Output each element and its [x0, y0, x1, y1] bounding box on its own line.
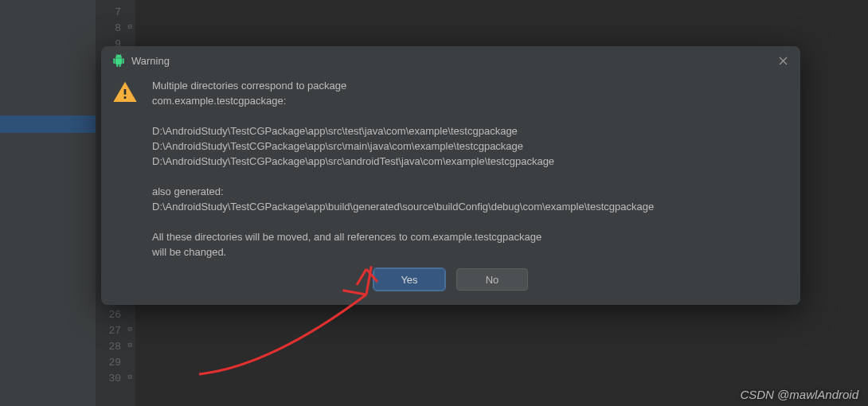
path-line: D:\AndroidStudy\TestCGPackage\app\build\…: [152, 199, 784, 214]
fold-icon[interactable]: ⊟: [125, 374, 132, 381]
watermark: CSDN @mawlAndroid: [740, 388, 858, 401]
selection-highlight: [0, 115, 96, 133]
editor-left-panel: [0, 0, 96, 406]
message-line: All these directories will be moved, and…: [152, 229, 784, 244]
message-line: Multiple directories correspond to packa…: [152, 78, 784, 93]
dialog-header: Warning: [101, 46, 800, 73]
dialog-message: Multiple directories correspond to packa…: [152, 78, 784, 260]
message-line: will be changed.: [152, 244, 784, 260]
close-icon: [779, 57, 788, 65]
no-button[interactable]: No: [456, 268, 528, 291]
dialog-body: Multiple directories correspond to packa…: [101, 73, 800, 260]
fold-icon[interactable]: ⊟: [125, 24, 132, 31]
fold-close-icon[interactable]: ⊟: [125, 326, 132, 334]
path-line: D:\AndroidStudy\TestCGPackage\app\src\ma…: [152, 139, 784, 154]
dialog-footer: Yes No: [101, 260, 800, 305]
android-icon: [112, 54, 125, 67]
path-line: D:\AndroidStudy\TestCGPackage\app\src\an…: [152, 154, 784, 169]
fold-close-icon[interactable]: ⊟: [125, 342, 132, 349]
dialog-title: Warning: [131, 55, 770, 67]
yes-button[interactable]: Yes: [373, 268, 445, 291]
warning-icon: [112, 80, 138, 105]
path-line: D:\AndroidStudy\TestCGPackage\app\src\te…: [152, 123, 784, 139]
close-button[interactable]: [776, 54, 789, 67]
message-line: also generated:: [152, 184, 784, 199]
message-line: com.example.testcgpackage:: [152, 93, 784, 108]
warning-dialog: Warning Multiple directories correspond …: [101, 46, 800, 305]
